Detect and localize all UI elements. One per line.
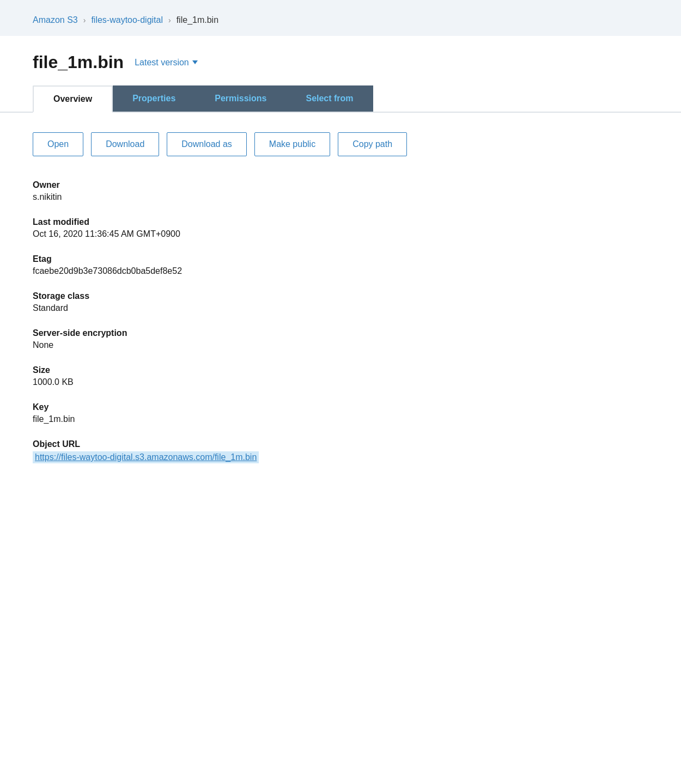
breadcrumb-sep-2: › <box>168 16 171 24</box>
etag-group: Etag fcaebe20d9b3e73086dcb0ba5def8e52 <box>33 254 648 276</box>
copy-path-button[interactable]: Copy path <box>338 132 407 156</box>
encryption-value: None <box>33 340 648 350</box>
last-modified-group: Last modified Oct 16, 2020 11:36:45 AM G… <box>33 217 648 239</box>
size-label: Size <box>33 365 648 375</box>
breadcrumb-file: file_1m.bin <box>177 15 218 25</box>
size-value: 1000.0 KB <box>33 377 648 387</box>
breadcrumb: Amazon S3 › files-waytoo-digital › file_… <box>0 0 681 36</box>
owner-group: Owner s.nikitin <box>33 180 648 202</box>
object-url-value[interactable]: https://files-waytoo-digital.s3.amazonaw… <box>33 451 259 463</box>
breadcrumb-amazon-s3[interactable]: Amazon S3 <box>33 15 78 25</box>
last-modified-label: Last modified <box>33 217 648 227</box>
chevron-down-icon <box>192 60 198 64</box>
storage-class-group: Storage class Standard <box>33 291 648 313</box>
etag-label: Etag <box>33 254 648 264</box>
open-button[interactable]: Open <box>33 132 83 156</box>
owner-value: s.nikitin <box>33 192 648 202</box>
storage-class-value: Standard <box>33 303 648 313</box>
key-value: file_1m.bin <box>33 414 648 424</box>
storage-class-label: Storage class <box>33 291 648 301</box>
key-label: Key <box>33 402 648 412</box>
title-area: file_1m.bin Latest version <box>0 36 681 72</box>
encryption-group: Server-side encryption None <box>33 328 648 350</box>
download-as-button[interactable]: Download as <box>167 132 247 156</box>
key-group: Key file_1m.bin <box>33 402 648 424</box>
make-public-button[interactable]: Make public <box>254 132 330 156</box>
breadcrumb-bucket[interactable]: files-waytoo-digital <box>91 15 163 25</box>
page-title: file_1m.bin <box>33 52 124 72</box>
tabs-container: Overview Properties Permissions Select f… <box>0 85 681 113</box>
tab-properties[interactable]: Properties <box>113 85 195 112</box>
page-container: Amazon S3 › files-waytoo-digital › file_… <box>0 0 681 784</box>
encryption-label: Server-side encryption <box>33 328 648 338</box>
actions-area: Open Download Download as Make public Co… <box>0 113 681 169</box>
last-modified-value: Oct 16, 2020 11:36:45 AM GMT+0900 <box>33 229 648 239</box>
tab-permissions[interactable]: Permissions <box>195 85 286 112</box>
download-button[interactable]: Download <box>91 132 159 156</box>
version-dropdown[interactable]: Latest version <box>135 58 198 68</box>
object-url-label: Object URL <box>33 439 648 449</box>
owner-label: Owner <box>33 180 648 190</box>
tab-overview[interactable]: Overview <box>33 85 113 113</box>
version-label: Latest version <box>135 58 189 68</box>
etag-value: fcaebe20d9b3e73086dcb0ba5def8e52 <box>33 266 648 276</box>
properties-section: Owner s.nikitin Last modified Oct 16, 20… <box>0 169 681 511</box>
size-group: Size 1000.0 KB <box>33 365 648 387</box>
object-url-group: Object URL https://files-waytoo-digital.… <box>33 439 648 463</box>
breadcrumb-sep-1: › <box>83 16 86 24</box>
tab-select-from[interactable]: Select from <box>286 85 373 112</box>
